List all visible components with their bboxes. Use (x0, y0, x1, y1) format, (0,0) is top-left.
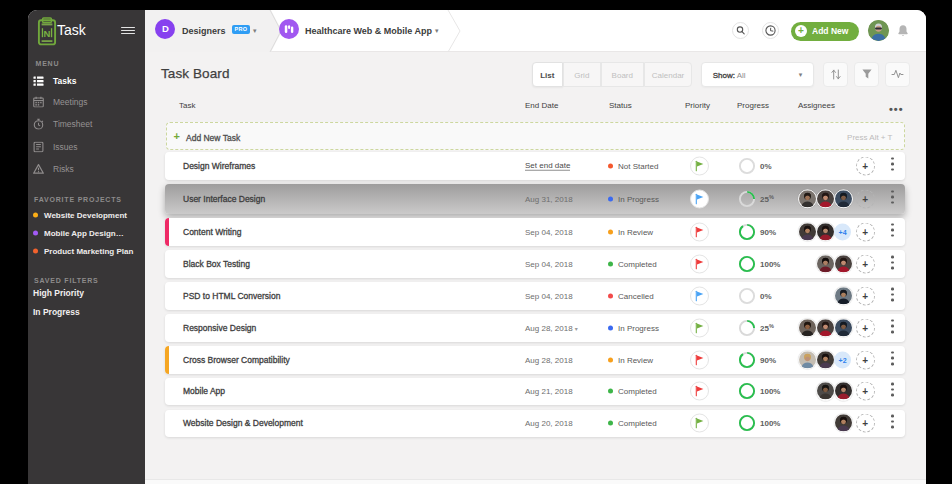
svg-text:N: N (43, 27, 50, 38)
